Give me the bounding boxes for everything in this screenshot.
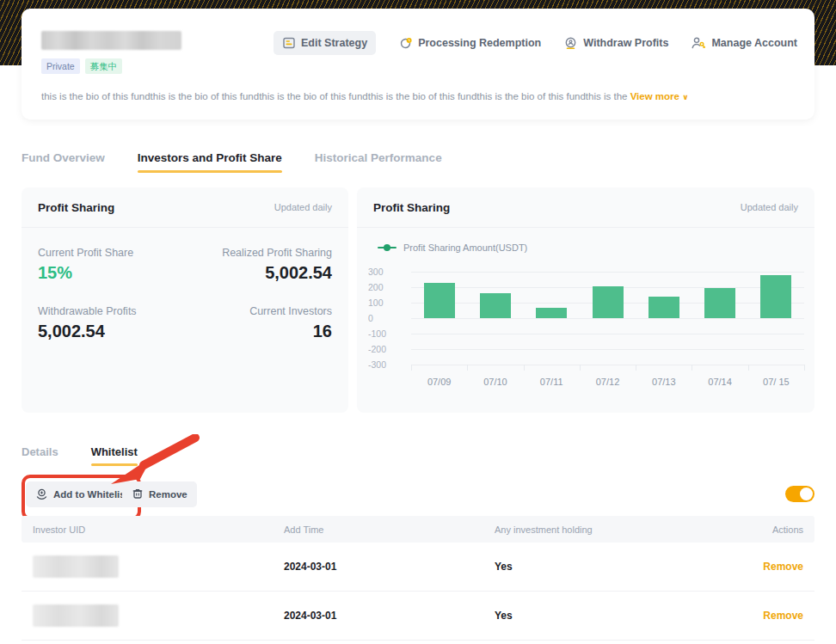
withdraw-profits-button[interactable]: Withdraw Profits bbox=[563, 36, 668, 51]
x-axis-tick bbox=[467, 365, 468, 371]
stat-withdrawable-profits: Withdrawable Profits 5,002.54 bbox=[38, 305, 185, 341]
x-axis-tick-label: 07/11 bbox=[540, 377, 563, 387]
profit-sharing-chart-card: Profit Sharing Updated daily Profit Shar… bbox=[357, 187, 814, 413]
add-time-cell: 2024-03-01 bbox=[284, 561, 495, 573]
add-time-cell: 2024-03-01 bbox=[284, 610, 495, 622]
edit-strategy-icon bbox=[282, 36, 296, 50]
tab-investors-profit-share[interactable]: Investors and Profit Share bbox=[138, 151, 282, 173]
x-axis-tick bbox=[636, 365, 636, 371]
tab-historical-performance[interactable]: Historical Performance bbox=[315, 151, 442, 173]
col-investment-holding: Any investment holding bbox=[495, 524, 722, 535]
x-axis-tick bbox=[804, 365, 805, 371]
profit-sharing-stats-card: Profit Sharing Updated daily Current Pro… bbox=[22, 187, 348, 413]
badge-row: Private 募集中 bbox=[41, 58, 122, 74]
fund-header-card: Private 募集中 this is the bio of this fund… bbox=[22, 9, 814, 120]
chart-bar bbox=[704, 288, 735, 318]
fund-bio-text: this is the bio of this fundthis is the … bbox=[41, 91, 627, 101]
whitelist-toggle[interactable] bbox=[785, 486, 814, 502]
x-axis-tick bbox=[692, 365, 692, 371]
remove-row-link[interactable]: Remove bbox=[722, 561, 814, 573]
chart-gridline bbox=[411, 334, 804, 334]
col-investor-uid: Investor UID bbox=[22, 524, 284, 535]
x-axis-tick-label: 07/13 bbox=[652, 377, 676, 387]
withdraw-profits-icon bbox=[563, 36, 578, 51]
section-tab-bar: Details Whitelist bbox=[22, 445, 138, 466]
legend-dot-icon bbox=[378, 247, 396, 248]
tab-whitelist[interactable]: Whitelist bbox=[91, 445, 138, 466]
fund-management-page: Private 募集中 this is the bio of this fund… bbox=[0, 0, 836, 644]
table-row: 2024-03-01 Yes Remove bbox=[22, 592, 814, 641]
x-axis-tick-label: 07/09 bbox=[427, 377, 452, 387]
processing-redemption-button[interactable]: Processing Redemption bbox=[398, 36, 541, 51]
updated-daily-label: Updated daily bbox=[274, 202, 332, 212]
x-axis-tick-label: 07/12 bbox=[596, 377, 620, 387]
profit-sharing-bar-chart: 3002001000-100-200-30007/0907/1007/1107/… bbox=[357, 272, 814, 401]
chart-bar bbox=[536, 308, 567, 318]
y-axis-tick-label: 300 bbox=[368, 267, 411, 277]
x-axis-tick-label: 07/10 bbox=[483, 377, 507, 387]
table-header-row: Investor UID Add Time Any investment hol… bbox=[22, 516, 814, 543]
chart-bar bbox=[424, 283, 455, 318]
holding-cell: Yes bbox=[495, 561, 722, 573]
manage-account-button[interactable]: Manage Account bbox=[691, 36, 797, 50]
col-actions: Actions bbox=[722, 524, 814, 535]
fund-name-blurred bbox=[41, 31, 181, 50]
add-to-whitelist-button[interactable]: Add to Whitelist bbox=[26, 481, 138, 507]
chart-bar bbox=[649, 297, 679, 318]
chart-gridline bbox=[411, 318, 804, 319]
x-axis-tick bbox=[411, 365, 412, 371]
y-axis-tick-label: -100 bbox=[368, 328, 411, 339]
y-axis-tick-label: -200 bbox=[368, 344, 411, 354]
col-add-time: Add Time bbox=[284, 524, 495, 535]
manage-account-icon bbox=[691, 36, 706, 50]
table-row: 2024-03-01 Yes Remove bbox=[22, 543, 814, 592]
chart-legend: Profit Sharing Amount(USDT) bbox=[357, 228, 814, 253]
card-title: Profit Sharing bbox=[373, 201, 450, 214]
remove-row-link[interactable]: Remove bbox=[722, 610, 814, 622]
y-axis-tick-label: 200 bbox=[368, 282, 411, 292]
stat-realized-profit-sharing: Realized Profit Sharing 5,002.54 bbox=[185, 247, 332, 283]
remove-button[interactable]: Remove bbox=[122, 481, 197, 507]
chevron-down-icon: ∨ bbox=[682, 93, 688, 101]
fund-bio: this is the bio of this fundthis is the … bbox=[41, 91, 795, 101]
whitelist-toolbar: Add to Whitelist Remove bbox=[22, 481, 814, 507]
view-more-link[interactable]: View more ∨ bbox=[630, 91, 689, 101]
investor-uid-blurred bbox=[33, 604, 119, 627]
y-axis-tick-label: 100 bbox=[368, 297, 411, 308]
tab-fund-overview[interactable]: Fund Overview bbox=[22, 151, 105, 173]
trash-icon bbox=[132, 488, 144, 501]
x-axis-tick bbox=[524, 365, 525, 371]
investor-uid-blurred bbox=[33, 555, 119, 578]
x-axis-tick-label: 07/14 bbox=[708, 377, 732, 387]
private-badge: Private bbox=[41, 58, 80, 74]
chart-gridline bbox=[411, 272, 804, 273]
x-axis-tick-label: 07/ 15 bbox=[763, 377, 790, 387]
header-action-bar: Edit Strategy Processing Redemption With… bbox=[274, 31, 797, 55]
tab-details[interactable]: Details bbox=[22, 445, 58, 466]
updated-daily-label: Updated daily bbox=[741, 202, 798, 212]
x-axis-tick bbox=[580, 365, 581, 371]
edit-strategy-button[interactable]: Edit Strategy bbox=[274, 31, 376, 55]
card-title: Profit Sharing bbox=[38, 201, 114, 214]
chart-bar bbox=[480, 293, 511, 318]
chart-bar bbox=[593, 286, 624, 318]
whitelist-table: Investor UID Add Time Any investment hol… bbox=[22, 516, 814, 641]
recruiting-badge: 募集中 bbox=[85, 58, 123, 74]
chart-bar bbox=[760, 275, 791, 318]
holding-cell: Yes bbox=[495, 610, 722, 622]
add-to-whitelist-icon bbox=[35, 488, 48, 502]
stat-current-investors: Current Investors 16 bbox=[185, 305, 332, 341]
chart-gridline bbox=[411, 349, 804, 350]
processing-redemption-icon bbox=[398, 36, 413, 51]
main-tab-bar: Fund Overview Investors and Profit Share… bbox=[22, 151, 442, 173]
chart-gridline bbox=[411, 365, 804, 365]
x-axis-tick bbox=[748, 365, 749, 371]
stat-current-profit-share: Current Profit Share 15% bbox=[38, 247, 185, 283]
y-axis-tick-label: 0 bbox=[368, 313, 411, 323]
y-axis-tick-label: -300 bbox=[368, 359, 411, 370]
